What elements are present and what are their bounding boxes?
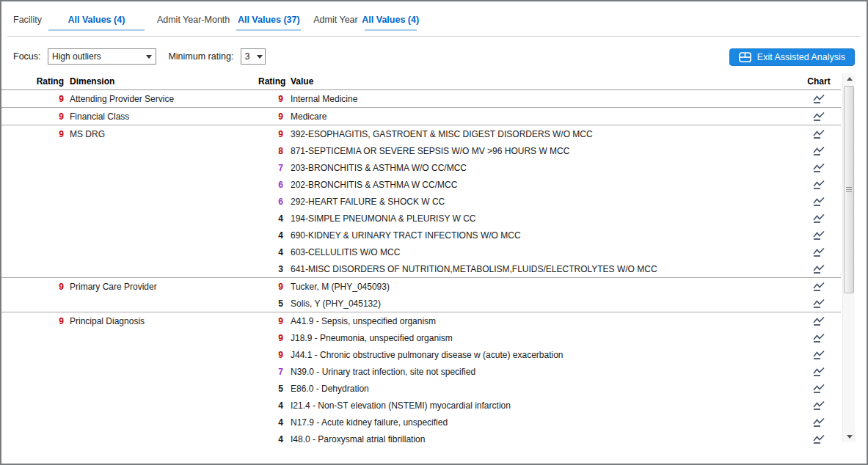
chart-icon[interactable] [812,230,825,241]
chart-cell [797,433,841,444]
chart-icon[interactable] [812,179,825,190]
chart-icon[interactable] [812,417,825,428]
table-row[interactable]: 4603-CELLULITIS W/O MCC [1,244,841,260]
table-row[interactable]: 4194-SIMPLE PNEUMONIA & PLEURISY W CC [1,210,841,227]
outlier-table: Rating Dimension Rating Value Chart 9Att… [1,73,841,447]
chart-cell [797,400,841,411]
facility-filter-control[interactable]: All Values (4) [48,12,145,31]
value-rating-cell: 4 [258,434,283,444]
chart-icon[interactable] [812,349,825,360]
chart-icon[interactable] [812,145,825,156]
chart-icon[interactable] [812,111,825,122]
table-row[interactable]: 9J44.1 - Chronic obstructive pulmonary d… [1,346,841,363]
focus-select[interactable]: High outliers [48,48,156,65]
table-row[interactable]: 6202-BRONCHITIS & ASTHMA W CC/MCC [1,176,841,193]
admit-year-filter-label: Admit Year [313,12,357,25]
scroll-up-button[interactable] [843,73,856,84]
value-rating-cell: 9 [258,282,283,292]
chart-icon[interactable] [812,400,825,411]
table-row[interactable]: 5Solis, Y (PHY_045132) [1,295,841,312]
table-row[interactable]: 4N17.9 - Acute kidney failure, unspecifi… [1,414,841,431]
chart-cell [797,263,841,274]
value-cell: E86.0 - Dehydration [283,384,797,394]
table-row[interactable]: 9Attending Provider Service9Internal Med… [1,90,841,107]
admit-year-month-filter-value[interactable]: All Values (37) [238,15,300,25]
value-rating-cell: 9 [258,333,283,343]
chart-cell [797,366,841,377]
admit-year-filter-value[interactable]: All Values (4) [362,15,419,25]
chart-icon[interactable] [812,246,825,257]
value-rating-cell: 9 [258,111,283,122]
dimension-cell: MS DRG [64,129,258,139]
table-row[interactable]: 4I21.4 - Non-ST elevation (NSTEMI) myoca… [1,397,841,414]
chart-icon[interactable] [812,366,825,377]
admit-year-filter-control[interactable]: All Values (4) [365,12,417,31]
chart-cell [797,93,841,104]
header-rating-dimension: Rating [1,76,64,87]
chart-icon[interactable] [812,196,825,207]
chart-cell [797,383,841,394]
admit-year-month-filter-control[interactable]: All Values (37) [236,12,301,31]
value-cell: N17.9 - Acute kidney failure, unspecifie… [283,417,797,428]
table-row[interactable]: 5E86.0 - Dehydration [1,380,841,397]
min-rating-select[interactable]: 3 [241,48,266,65]
value-rating-cell: 4 [258,400,283,411]
table-row[interactable]: 9Primary Care Provider9Tucker, M (PHY_04… [1,278,841,295]
table-row[interactable]: 9MS DRG9392-ESOPHAGITIS, GASTROENT & MIS… [1,125,841,142]
controls-row: Focus: High outliers Minimum rating: 3 E… [13,48,855,67]
value-rating-cell: 6 [258,180,283,190]
chart-icon[interactable] [812,383,825,394]
value-cell: 194-SIMPLE PNEUMONIA & PLEURISY W CC [283,213,797,224]
scroll-down-button[interactable] [843,431,856,442]
chart-icon[interactable] [812,281,825,292]
chart-icon[interactable] [812,433,825,444]
chart-icon[interactable] [812,213,825,224]
chart-icon[interactable] [812,93,825,104]
dropdown-arrow-icon [257,55,263,59]
chart-cell [797,179,841,190]
table-row[interactable]: 9Principal Diagnosis9A41.9 - Sepsis, uns… [1,312,841,329]
value-cell: Internal Medicine [283,94,797,104]
chart-cell [797,349,841,360]
dimension-rating-cell: 9 [1,111,64,122]
scrollbar-thumb[interactable] [844,86,854,293]
filter-facility: Facility All Values (4) [13,12,157,31]
table-row[interactable]: 3641-MISC DISORDERS OF NUTRITION,METABOL… [1,260,841,277]
chart-cell [797,230,841,241]
value-cell: 603-CELLULITIS W/O MCC [283,247,797,257]
filter-bar-divider [7,36,861,37]
chart-icon[interactable] [812,332,825,343]
value-cell: 641-MISC DISORDERS OF NUTRITION,METABOLI… [283,264,797,274]
table-row[interactable]: 7203-BRONCHITIS & ASTHMA W/O CC/MCC [1,159,841,176]
table-row[interactable]: 7N39.0 - Urinary tract infection, site n… [1,363,841,380]
table-row[interactable]: 4690-KIDNEY & URINARY TRACT INFECTIONS W… [1,227,841,244]
table-row[interactable]: 6292-HEART FAILURE & SHOCK W CC [1,193,841,210]
dimension-rating-cell: 9 [1,94,64,104]
value-rating-cell: 7 [258,367,283,377]
value-cell: N39.0 - Urinary tract infection, site no… [283,367,797,377]
chart-icon[interactable] [812,263,825,274]
chart-icon[interactable] [812,298,825,309]
value-rating-cell: 4 [258,247,283,257]
chart-icon[interactable] [812,162,825,173]
chart-icon[interactable] [812,128,825,139]
chart-icon[interactable] [812,315,825,326]
dimension-cell: Principal Diagnosis [64,316,258,326]
header-chart: Chart [797,76,841,87]
value-rating-cell: 9 [258,316,283,326]
value-cell: A41.9 - Sepsis, unspecified organism [283,316,797,326]
table-row[interactable]: 4I48.0 - Paroxysmal atrial fibrillation [1,431,841,447]
header-rating-value: Rating [258,76,283,87]
table-row[interactable]: 9Financial Class9Medicare [1,108,841,125]
dimension-cell: Financial Class [64,111,258,122]
dimension-rating-cell: 9 [1,129,64,139]
facility-filter-value[interactable]: All Values (4) [68,15,125,25]
chart-cell [797,111,841,122]
table-row[interactable]: 8871-SEPTICEMIA OR SEVERE SEPSIS W/O MV … [1,142,841,159]
table-row[interactable]: 9J18.9 - Pneumonia, unspecified organism [1,329,841,346]
chart-cell [797,128,841,139]
value-rating-cell: 4 [258,417,283,428]
vertical-scrollbar[interactable] [842,73,855,442]
exit-assisted-analysis-button[interactable]: Exit Assisted Analysis [729,48,855,66]
min-rating-label: Minimum rating: [168,51,233,62]
